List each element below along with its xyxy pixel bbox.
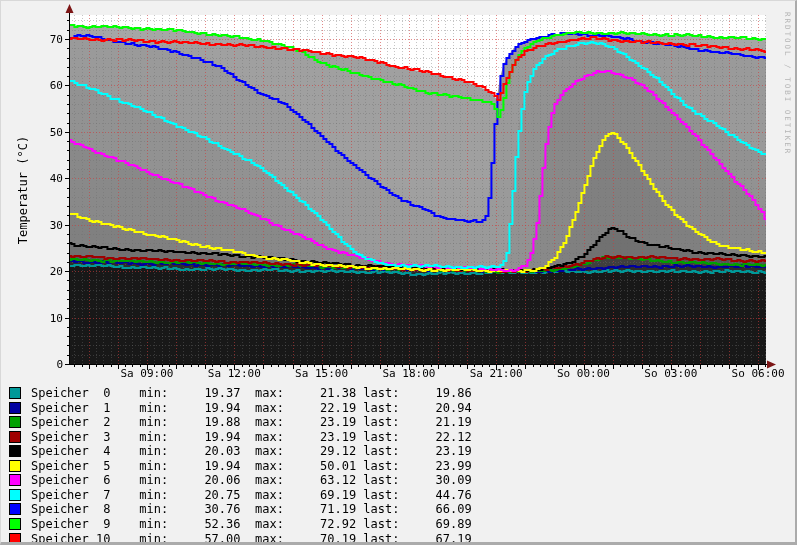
legend-row: Speicher 2 min: 19.88 max: 23.19 last: 2… xyxy=(1,415,795,429)
legend-entry-text: Speicher 9 min: 52.36 max: 72.92 last: 6… xyxy=(31,517,472,531)
x-tick-label: Sa 12:00 xyxy=(194,367,274,380)
legend-color-swatch xyxy=(9,402,21,414)
y-tick-label: 40 xyxy=(29,172,63,185)
legend-color-swatch xyxy=(9,431,21,443)
legend-row: Speicher 9 min: 52.36 max: 72.92 last: 6… xyxy=(1,517,795,531)
legend-entry-text: Speicher 6 min: 20.06 max: 63.12 last: 3… xyxy=(31,473,472,487)
legend-row: Speicher 6 min: 20.06 max: 63.12 last: 3… xyxy=(1,473,795,487)
y-tick-label: 30 xyxy=(29,219,63,232)
y-tick-label: 50 xyxy=(29,126,63,139)
legend-entry-text: Speicher 5 min: 19.94 max: 50.01 last: 2… xyxy=(31,459,472,473)
y-tick-label: 70 xyxy=(29,33,63,46)
rrdtool-watermark: RRDTOOL / TOBI OETIKER xyxy=(783,12,792,155)
x-tick-label: So 03:00 xyxy=(631,367,711,380)
legend-color-swatch xyxy=(9,445,21,457)
x-tick-label: Sa 15:00 xyxy=(282,367,362,380)
x-tick-label: Sa 21:00 xyxy=(456,367,536,380)
legend-color-swatch xyxy=(9,416,21,428)
y-axis-title: Temperatur (°C) xyxy=(16,136,30,244)
y-tick-label: 0 xyxy=(29,358,63,371)
legend-color-swatch xyxy=(9,489,21,501)
rrdtool-graph: Temperatur (°C) RRDTOOL / TOBI OETIKER S… xyxy=(0,0,797,545)
legend-color-swatch xyxy=(9,533,21,545)
temperature-chart-canvas xyxy=(1,1,795,383)
legend-entry-text: Speicher 7 min: 20.75 max: 69.19 last: 4… xyxy=(31,488,472,502)
legend-row: Speicher 7 min: 20.75 max: 69.19 last: 4… xyxy=(1,488,795,502)
x-tick-label: So 00:00 xyxy=(544,367,624,380)
y-tick-label: 60 xyxy=(29,79,63,92)
y-tick-label: 20 xyxy=(29,265,63,278)
legend-color-swatch xyxy=(9,518,21,530)
legend-entry-text: Speicher 8 min: 30.76 max: 71.19 last: 6… xyxy=(31,502,472,516)
legend-entry-text: Speicher 0 min: 19.37 max: 21.38 last: 1… xyxy=(31,386,472,400)
legend-entry-text: Speicher 2 min: 19.88 max: 23.19 last: 2… xyxy=(31,415,472,429)
y-tick-label: 10 xyxy=(29,312,63,325)
legend-row: Speicher 10 min: 57.00 max: 70.19 last: … xyxy=(1,532,795,545)
legend-row: Speicher 3 min: 19.94 max: 23.19 last: 2… xyxy=(1,430,795,444)
legend-entry-text: Speicher 10 min: 57.00 max: 70.19 last: … xyxy=(31,532,472,545)
x-tick-label: Sa 18:00 xyxy=(369,367,449,380)
legend-color-swatch xyxy=(9,460,21,472)
legend-row: Speicher 5 min: 19.94 max: 50.01 last: 2… xyxy=(1,459,795,473)
legend-entry-text: Speicher 3 min: 19.94 max: 23.19 last: 2… xyxy=(31,430,472,444)
legend-row: Speicher 4 min: 20.03 max: 29.12 last: 2… xyxy=(1,444,795,458)
legend-row: Speicher 8 min: 30.76 max: 71.19 last: 6… xyxy=(1,502,795,516)
x-tick-label: So 06:00 xyxy=(718,367,797,380)
legend-color-swatch xyxy=(9,503,21,515)
legend-color-swatch xyxy=(9,387,21,399)
legend-entry-text: Speicher 4 min: 20.03 max: 29.12 last: 2… xyxy=(31,444,472,458)
legend-row: Speicher 1 min: 19.94 max: 22.19 last: 2… xyxy=(1,401,795,415)
legend-color-swatch xyxy=(9,474,21,486)
legend-entry-text: Speicher 1 min: 19.94 max: 22.19 last: 2… xyxy=(31,401,472,415)
legend-row: Speicher 0 min: 19.37 max: 21.38 last: 1… xyxy=(1,386,795,400)
x-tick-label: Sa 09:00 xyxy=(107,367,187,380)
